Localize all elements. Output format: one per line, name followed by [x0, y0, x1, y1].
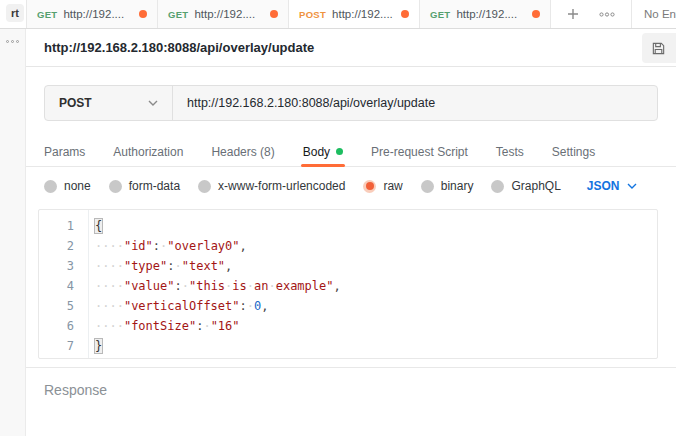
request-tab-2[interactable]: GET http://192....: [158, 0, 289, 28]
tab-actions: [551, 0, 632, 28]
tab-headers[interactable]: Headers (8): [211, 137, 274, 166]
code-line: ····"verticalOffset":·0,: [95, 296, 657, 316]
postman-window: { "tabbar": { "clipped_left_text": "rt",…: [0, 0, 676, 436]
more-options-icon: [599, 12, 615, 17]
unsaved-dot-icon: [270, 10, 278, 18]
bodytype-raw[interactable]: raw: [363, 179, 402, 193]
line-number: 7: [39, 336, 74, 356]
request-title: http://192.168.2.180:8088/api/overlay/up…: [44, 40, 314, 55]
tab-url-label: http://192....: [456, 8, 526, 20]
code-line: {: [95, 216, 657, 236]
plus-icon: [567, 8, 579, 20]
sidebar-more-icon[interactable]: [0, 40, 25, 43]
radio-icon: [44, 180, 57, 193]
tab-url-label: http://192....: [194, 8, 264, 20]
tab-settings[interactable]: Settings: [552, 137, 595, 166]
line-number: 3: [39, 256, 74, 276]
url-value: http://192.168.2.180:8088/api/overlay/up…: [187, 96, 435, 110]
request-subtabs: Params Authorization Headers (8) Body Pr…: [26, 137, 676, 167]
bodytype-none[interactable]: none: [44, 179, 91, 193]
tab-method-label: GET: [430, 9, 450, 20]
workspace-tabbar: rt GET http://192.... GET http://192....…: [0, 0, 676, 29]
line-number: 5: [39, 296, 74, 316]
code-line: }: [95, 336, 657, 356]
method-select[interactable]: POST: [45, 86, 173, 120]
unsaved-dot-icon: [139, 10, 147, 18]
code-line: ····"id":·"overlay0",: [95, 236, 657, 256]
radio-selected-icon: [363, 180, 376, 193]
body-type-options: none form-data x-www-form-urlencoded raw…: [26, 167, 676, 203]
tab-url-label: http://192....: [63, 8, 133, 20]
unsaved-dot-icon: [532, 10, 540, 18]
new-tab-button[interactable]: [567, 8, 579, 20]
line-number: 4: [39, 276, 74, 296]
tab-method-label: GET: [37, 9, 57, 20]
save-button[interactable]: [642, 33, 676, 63]
radio-icon: [109, 180, 122, 193]
language-select[interactable]: JSON: [587, 179, 637, 193]
bodytype-form-data[interactable]: form-data: [109, 179, 180, 193]
bodytype-x-www-form-urlencoded[interactable]: x-www-form-urlencoded: [198, 179, 345, 193]
body-content-dot-icon: [336, 148, 343, 155]
tab-body[interactable]: Body: [303, 137, 343, 166]
url-input[interactable]: http://192.168.2.180:8088/api/overlay/up…: [173, 86, 657, 120]
code-line: ····"value":·"this·is·an·example",: [95, 276, 657, 296]
body-editor[interactable]: 1234567 {····"id":·"overlay0",····"type"…: [38, 209, 658, 359]
request-tab-3-active[interactable]: POST http://192....: [289, 0, 420, 28]
response-section: Response: [26, 367, 676, 412]
method-label: POST: [59, 96, 92, 110]
collapsed-sidebar: [0, 29, 26, 436]
request-url-bar: POST http://192.168.2.180:8088/api/overl…: [44, 85, 658, 121]
tab-url-label: http://192....: [332, 8, 395, 20]
request-name-bar: http://192.168.2.180:8088/api/overlay/up…: [26, 29, 676, 67]
tab-params[interactable]: Params: [44, 137, 85, 166]
line-number: 6: [39, 316, 74, 336]
radio-icon: [198, 180, 211, 193]
request-pane: http://192.168.2.180:8088/api/overlay/up…: [26, 29, 676, 436]
sidebar-clipped-button[interactable]: rt: [0, 0, 27, 28]
request-tab-4[interactable]: GET http://192....: [420, 0, 551, 28]
clipped-button-text: rt: [6, 4, 24, 22]
environment-selector[interactable]: No Environment: [632, 0, 676, 28]
code-lines: {····"id":·"overlay0",····"type":·"text"…: [89, 210, 657, 358]
chevron-down-icon: [627, 183, 637, 189]
code-line: ····"type":·"text",: [95, 256, 657, 276]
line-number: 1: [39, 216, 74, 236]
save-icon: [651, 41, 666, 56]
tab-tests[interactable]: Tests: [496, 137, 524, 166]
radio-icon: [491, 180, 504, 193]
tab-authorization[interactable]: Authorization: [113, 137, 183, 166]
bodytype-binary[interactable]: binary: [421, 179, 474, 193]
environment-label: No Environment: [644, 8, 676, 20]
chevron-down-icon: [148, 100, 158, 106]
radio-icon: [421, 180, 434, 193]
tab-method-label: GET: [168, 9, 188, 20]
code-line: ····"fontSize":·"16": [95, 316, 657, 336]
response-heading: Response: [44, 382, 107, 398]
bodytype-graphql[interactable]: GraphQL: [491, 179, 560, 193]
tab-pre-request-script[interactable]: Pre-request Script: [371, 137, 468, 166]
unsaved-dot-icon: [401, 10, 409, 18]
request-tab-1[interactable]: GET http://192....: [27, 0, 158, 28]
tab-method-label: POST: [299, 9, 326, 20]
gutter: 1234567: [39, 210, 89, 358]
line-number: 2: [39, 236, 74, 256]
tab-options-button[interactable]: [599, 12, 615, 17]
